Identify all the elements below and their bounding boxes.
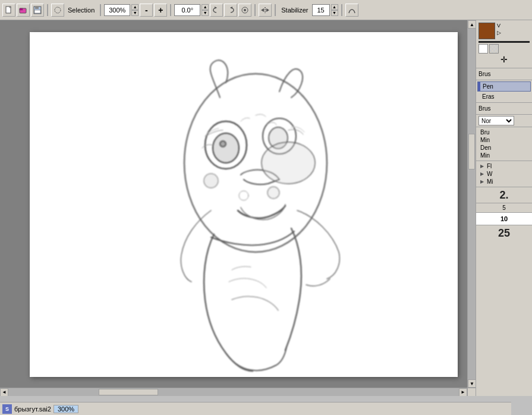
blend-mode-row: Nor bbox=[479, 116, 530, 125]
expand-arrow-3: ▶ bbox=[480, 179, 484, 184]
zoom-minus-btn[interactable]: - bbox=[140, 4, 153, 17]
toolbar-sep-5 bbox=[275, 4, 276, 16]
angle-up-btn[interactable]: ▲ bbox=[202, 4, 209, 10]
toolbar-sep-2 bbox=[100, 4, 101, 16]
blend-mode-select[interactable]: Nor bbox=[479, 116, 514, 125]
svg-marker-11 bbox=[261, 8, 264, 12]
svg-marker-8 bbox=[230, 7, 232, 9]
scroll-track-vertical[interactable] bbox=[468, 29, 476, 379]
transparent-swatch[interactable] bbox=[489, 44, 499, 54]
water-row[interactable]: ▶ W bbox=[479, 170, 530, 178]
value1-display: 2. bbox=[479, 190, 530, 200]
brush-size-row: Bru bbox=[479, 128, 530, 136]
right-panel: V ▷ ✛ Brus Pen bbox=[476, 20, 532, 396]
svg-point-22 bbox=[267, 187, 279, 199]
vertical-scrollbar[interactable]: ▲ ▼ bbox=[467, 20, 476, 388]
scroll-up-btn[interactable]: ▲ bbox=[468, 20, 476, 29]
scroll-thumb-vertical[interactable] bbox=[468, 134, 475, 169]
mix-label: Mi bbox=[487, 178, 493, 185]
svg-marker-7 bbox=[215, 7, 217, 9]
svg-point-6 bbox=[55, 7, 61, 13]
stabilizer-stepper: ▲ ▼ bbox=[331, 4, 338, 16]
scroll-down-btn[interactable]: ▼ bbox=[468, 379, 476, 388]
eraser-label: Eras bbox=[482, 93, 495, 100]
svg-point-20 bbox=[204, 174, 218, 188]
main-toolbar: Selection ▲ ▼ - + ▲ ▼ Stabilizer ▲ ▼ bbox=[0, 0, 532, 20]
scroll-thumb-horizontal[interactable] bbox=[99, 389, 158, 395]
brush-size-label: Bru bbox=[480, 129, 495, 136]
scrollbar-corner bbox=[467, 388, 476, 396]
zoom-down-btn[interactable]: ▼ bbox=[131, 10, 138, 16]
eraser-btn[interactable]: Eras bbox=[477, 92, 531, 101]
stabilizer-down-btn[interactable]: ▼ bbox=[331, 10, 338, 16]
foreground-color[interactable] bbox=[479, 23, 495, 39]
main-area: ▲ ▼ ◄ ► V ▷ bbox=[0, 20, 532, 396]
zoom-status-label: 300% bbox=[53, 405, 78, 413]
big-num-display: 25 bbox=[479, 228, 530, 238]
stabilizer-up-btn[interactable]: ▲ bbox=[331, 4, 338, 10]
density-min-label: Min bbox=[480, 152, 495, 159]
save-button[interactable] bbox=[31, 4, 44, 17]
angle-input[interactable] bbox=[174, 4, 200, 16]
svg-rect-4 bbox=[35, 7, 39, 9]
scroll-track-horizontal[interactable] bbox=[8, 388, 459, 396]
file-type-icon: S bbox=[2, 404, 12, 414]
mix-row[interactable]: ▶ Mi bbox=[479, 178, 530, 186]
toolbar-sep-4 bbox=[254, 4, 256, 16]
white-swatch[interactable] bbox=[479, 44, 488, 54]
stabilizer-label: Stabilizer bbox=[279, 7, 310, 14]
horizontal-scrollbar[interactable]: ◄ ► bbox=[0, 388, 467, 396]
selection-label: Selection bbox=[65, 7, 97, 14]
big-num-section: 25 bbox=[476, 225, 532, 241]
svg-rect-5 bbox=[34, 10, 40, 13]
open-button[interactable] bbox=[17, 4, 30, 17]
scroll-left-btn[interactable]: ◄ bbox=[0, 388, 8, 397]
pen-curve-btn[interactable] bbox=[345, 4, 358, 17]
filename-label: брызгут.sai2 bbox=[14, 405, 51, 413]
svg-point-21 bbox=[239, 191, 248, 200]
num-value-3-section: 10 bbox=[476, 213, 532, 225]
angle-stepper: ▲ ▼ bbox=[202, 4, 209, 16]
brush-size-min-label: Min bbox=[480, 137, 495, 143]
expand-arrow-1: ▶ bbox=[480, 164, 484, 169]
density-label: Den bbox=[480, 144, 495, 151]
density-min-row: Min bbox=[479, 152, 530, 159]
pen-label: Pen bbox=[483, 83, 493, 90]
num-value-2-section: 5 bbox=[476, 203, 532, 213]
sketch-content bbox=[30, 32, 458, 377]
reset-rotation-btn[interactable] bbox=[238, 4, 251, 17]
value2-display: 5 bbox=[479, 205, 530, 211]
pen-btn[interactable]: Pen bbox=[477, 81, 531, 92]
num-value-1-section: 2. bbox=[476, 187, 532, 203]
color-section: V ▷ ✛ bbox=[476, 20, 532, 68]
toolbar-sep-1 bbox=[47, 4, 48, 16]
status-bar: S брызгут.sai2 300% bbox=[0, 402, 511, 415]
zoom-stepper: ▲ ▼ bbox=[131, 4, 138, 16]
canvas-area[interactable]: ▲ ▼ ◄ ► bbox=[0, 20, 476, 396]
new-button[interactable] bbox=[2, 4, 15, 17]
svg-point-16 bbox=[220, 141, 226, 147]
move-icon: ✛ bbox=[500, 55, 508, 64]
density-row: Den bbox=[479, 144, 530, 152]
color-bar bbox=[479, 41, 530, 43]
flip-btn[interactable] bbox=[259, 4, 272, 17]
stabilizer-input[interactable] bbox=[312, 4, 330, 16]
flatten-row[interactable]: ▶ Fl bbox=[479, 162, 530, 170]
svg-point-19 bbox=[262, 142, 315, 184]
toolbar-sep-3 bbox=[170, 4, 171, 16]
zoom-plus-btn[interactable]: + bbox=[154, 4, 167, 17]
rotate-right-btn[interactable] bbox=[224, 4, 237, 17]
drawing-canvas[interactable] bbox=[30, 32, 458, 377]
brush-properties-section: Bru Min Den Min bbox=[476, 127, 532, 161]
zoom-input[interactable] bbox=[104, 4, 130, 16]
scroll-right-btn[interactable]: ► bbox=[459, 388, 467, 397]
svg-point-15 bbox=[213, 133, 239, 163]
angle-down-btn[interactable]: ▼ bbox=[202, 10, 209, 16]
selection-icon-btn[interactable] bbox=[51, 4, 64, 17]
rotate-left-btn[interactable] bbox=[210, 4, 223, 17]
expand-arrow-2: ▶ bbox=[480, 171, 484, 177]
svg-point-10 bbox=[244, 9, 246, 11]
zoom-up-btn[interactable]: ▲ bbox=[131, 4, 138, 10]
svg-rect-2 bbox=[20, 8, 23, 10]
brush-label: Brus bbox=[479, 70, 530, 78]
